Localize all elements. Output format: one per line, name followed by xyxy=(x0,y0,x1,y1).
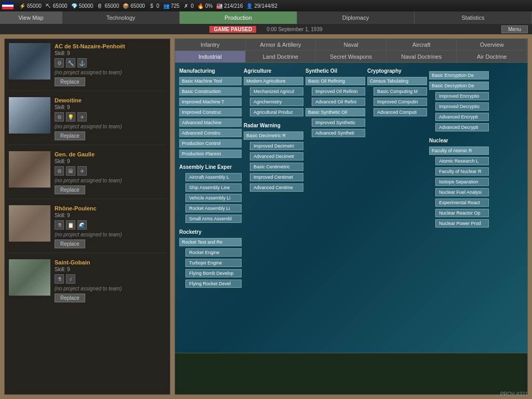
tech-advanced-decimetr[interactable]: Advanced Decimetr xyxy=(250,152,303,161)
tech-basic-oil-refining[interactable]: Basic Oil Refining xyxy=(305,77,365,85)
tech-advanced-computi[interactable]: Advanced Computi xyxy=(374,108,427,116)
tech-nuclear-power[interactable]: Nuclear Power Prod xyxy=(435,219,489,228)
tech-flying-bomb[interactable]: Flying Bomb Develop xyxy=(185,269,242,277)
tab-air-doctrine[interactable]: Air Doctrine xyxy=(457,51,527,62)
team-skill: Skill: 9 xyxy=(55,104,166,110)
viewmap-tab[interactable]: View Map xyxy=(0,11,62,24)
ic-icon: 🏭 xyxy=(216,2,223,9)
energy-resource: ⚡ 65000 xyxy=(19,2,42,9)
tech-basic-machine-tool[interactable]: Basic Machine Tool xyxy=(179,77,242,85)
tech-turbojet[interactable]: Turbojet Engine xyxy=(185,259,242,267)
resource-bar: ⚡ 65000 ⛏ 65000 💎 50000 🛢 65000 📦 65000 … xyxy=(0,0,532,11)
team-icons: ⚙ 🔧 ⚓ xyxy=(55,58,166,68)
tech-small-arms[interactable]: Small Arms Assembl xyxy=(185,215,242,223)
tech-ship-assembly[interactable]: Ship Assembly Line xyxy=(185,183,242,192)
tech-advanced-encrypti[interactable]: Advanced Encrypti xyxy=(435,113,489,121)
tech-vehicle-assembly[interactable]: Vehicle Assembly Li xyxy=(185,194,242,202)
tech-experimental-react[interactable]: Experimental React xyxy=(435,198,489,207)
replace-button-1[interactable]: Replace xyxy=(55,131,85,140)
team-icon-plane2: ✈ xyxy=(77,166,87,176)
production-tab[interactable]: Production xyxy=(180,11,297,24)
team-icons: ⚗ 📋 🌊 xyxy=(55,220,166,230)
rare-resource: 💎 50000 xyxy=(71,2,94,9)
tech-basic-centimetric[interactable]: Basic Centimetric xyxy=(250,163,303,171)
team-icon-sqrt: √ xyxy=(66,274,75,284)
tech-flying-rocket[interactable]: Flying Rocket Devel xyxy=(185,280,242,288)
money-icon: $ xyxy=(148,2,155,9)
tech-rocket-assembly[interactable]: Rocket Assembly Li xyxy=(185,204,242,212)
team-photo xyxy=(9,151,50,188)
tech-advanced-centime[interactable]: Advanced Centime xyxy=(250,183,303,192)
tech-basic-synthetic-oil[interactable]: Basic Synthetic Oil xyxy=(305,108,365,116)
tech-improved-centimet[interactable]: Improved Centimet xyxy=(250,173,303,181)
tech-modern-agriculture[interactable]: Modern Agriculture xyxy=(244,77,303,85)
tech-rocket-engine[interactable]: Rocket Engine xyxy=(185,248,242,257)
tech-production-control[interactable]: Production Control xyxy=(179,139,242,148)
tech-improved-construc[interactable]: Improved Construc xyxy=(179,108,242,116)
replace-button-4[interactable]: Replace xyxy=(55,294,85,302)
team-icon-bulb: 💡 xyxy=(66,112,75,122)
energy-icon: ⚡ xyxy=(19,2,26,9)
tech-production-plannin[interactable]: Production Plannin xyxy=(179,150,242,158)
tech-agricultural-produc[interactable]: Agricultural Produc xyxy=(250,108,303,116)
tech-improved-decryptio[interactable]: Improved Decryptio xyxy=(435,102,489,111)
tab-land-doctrine[interactable]: Land Doctrine xyxy=(246,51,316,62)
tab-industrial[interactable]: Industrial xyxy=(175,51,246,62)
team-icons: ⚙ 🏛 ✈ xyxy=(55,166,166,176)
team-item: Dewoitine Skill: 9 ⚙ 💡 ✈ (no project ass… xyxy=(9,97,166,145)
tech-census-tabulating[interactable]: Census Tabulating xyxy=(367,77,427,85)
tech-improved-synthetic[interactable]: Improved Synthetic xyxy=(312,118,365,127)
tab-naval[interactable]: Naval xyxy=(316,39,387,50)
tech-aircraft-assembly[interactable]: Aircraft Assembly L xyxy=(185,173,242,181)
tech-basic-construction[interactable]: Basic Construction xyxy=(179,87,242,96)
tab-overview[interactable]: Overview xyxy=(457,39,527,50)
dissent-resource: ✗ 0 xyxy=(182,2,194,9)
tech-basic-decimetric[interactable]: Basic Decimetric R xyxy=(244,131,303,140)
team-icon-gear: ⚙ xyxy=(55,58,64,68)
team-project: (no project assigned to team) xyxy=(55,178,166,183)
tab-naval-doctrines[interactable]: Naval Doctrines xyxy=(387,51,457,62)
tech-improved-machine[interactable]: Improved Machine T xyxy=(179,98,242,106)
tech-basic-decryption[interactable]: Basic Decryption De xyxy=(429,82,489,90)
tech-improved-decimetri[interactable]: Improved Decimetri xyxy=(250,142,303,150)
team-project: (no project assigned to team) xyxy=(55,232,166,237)
crypto-header: Cryptography xyxy=(367,67,427,75)
team-skill: Skill: 9 xyxy=(55,212,166,218)
tab-infantry[interactable]: Infantry xyxy=(175,39,246,50)
tech-isotope-separation[interactable]: Isotope Separation xyxy=(435,178,489,186)
replace-button-0[interactable]: Replace xyxy=(55,77,85,86)
tech-mechanized-agricul[interactable]: Mechanized Agricul xyxy=(250,87,303,96)
tech-advanced-oil[interactable]: Advanced Oil Refini xyxy=(312,98,365,106)
tech-improved-oil[interactable]: Improved Oil Refinin xyxy=(312,87,365,96)
tab-aircraft[interactable]: Aircraft xyxy=(387,39,457,50)
tech-improved-computin[interactable]: Improved Computin xyxy=(374,98,427,106)
team-skill: Skill: 9 xyxy=(55,158,166,164)
unity-icon: 🔥 xyxy=(197,2,204,9)
replace-button-3[interactable]: Replace xyxy=(55,240,85,248)
replace-button-2[interactable]: Replace xyxy=(55,185,85,194)
tab-secret-weapons[interactable]: Secret Weapons xyxy=(316,51,387,62)
tab-armor[interactable]: Armor & Artillery xyxy=(246,39,316,50)
bottom-info-panel xyxy=(175,353,527,394)
statistics-tab[interactable]: Statistics xyxy=(415,11,532,24)
tech-advanced-decrypti[interactable]: Advanced Decrypti xyxy=(435,123,489,131)
tech-nuclear-fuel[interactable]: Nuclear Fuel Analysi xyxy=(435,188,489,196)
tech-agrichemistry[interactable]: Agrichemistry xyxy=(250,98,303,106)
technology-tab[interactable]: Technology xyxy=(62,11,180,24)
menu-button[interactable]: Menu xyxy=(501,25,528,33)
tech-advanced-constru[interactable]: Advanced Constru xyxy=(179,129,242,137)
game-date: 0:00 September 1, 1939 xyxy=(267,26,322,32)
tech-basic-encryption[interactable]: Basic Encryption De xyxy=(429,71,489,79)
tech-basic-computing[interactable]: Basic Computing M xyxy=(374,87,427,96)
tech-nuclear-reactor-op[interactable]: Nuclear Reactor Op xyxy=(435,209,489,217)
team-name: AC de St-Nazaire-Penhoët xyxy=(55,43,166,49)
tech-advanced-machine[interactable]: Advanced Machine xyxy=(179,118,242,127)
tech-rocket-test[interactable]: Rocket Test and Re xyxy=(179,238,242,246)
tech-atomic-research[interactable]: Atomic Research L xyxy=(435,157,489,165)
tech-faculty-nuclear[interactable]: Faculty of Nuclear R xyxy=(435,167,489,176)
diplomacy-tab[interactable]: Diplomacy xyxy=(297,11,415,24)
syntheticoil-header: Synthetic Oil xyxy=(305,67,365,75)
tech-advanced-syntheti[interactable]: Advanced Syntheti xyxy=(312,129,365,137)
tech-faculty-atomic[interactable]: Faculty of Atomic R xyxy=(429,147,489,155)
tech-improved-encryptio[interactable]: Improved Encryptio xyxy=(435,92,489,100)
